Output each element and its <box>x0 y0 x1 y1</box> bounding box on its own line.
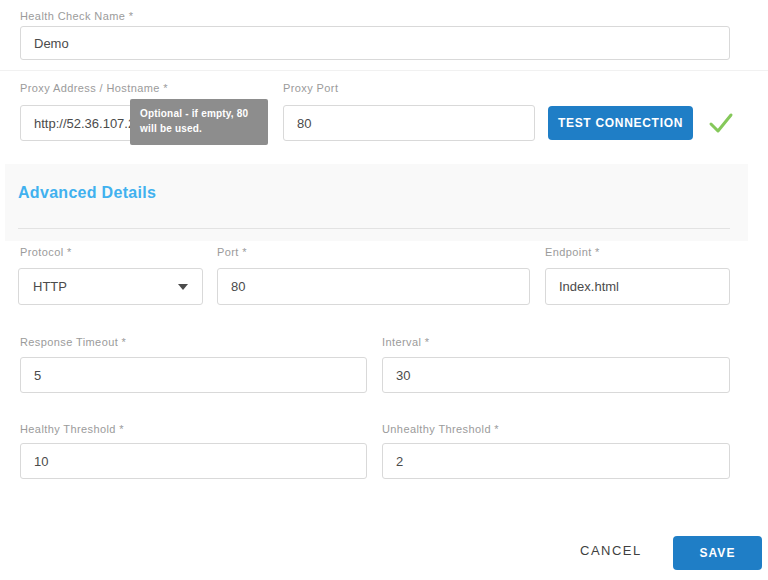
endpoint-input[interactable] <box>545 268 730 305</box>
port-input[interactable] <box>217 268 530 305</box>
protocol-label: Protocol * <box>20 246 72 258</box>
chevron-down-icon <box>178 284 188 290</box>
protocol-select[interactable]: HTTP <box>18 268 203 305</box>
proxy-address-label: Proxy Address / Hostname * <box>20 82 168 94</box>
proxy-port-input[interactable] <box>283 105 535 141</box>
endpoint-label: Endpoint * <box>545 246 600 258</box>
health-check-name-input[interactable] <box>20 26 730 60</box>
advanced-details-heading: Advanced Details <box>18 184 156 202</box>
port-label: Port * <box>217 246 247 258</box>
proxy-port-tooltip: Optional - if empty, 80 will be used. <box>130 99 268 145</box>
row-divider <box>0 70 768 71</box>
proxy-port-label: Proxy Port <box>283 82 338 94</box>
response-timeout-label: Response Timeout * <box>20 336 126 348</box>
interval-input[interactable] <box>382 357 730 393</box>
healthy-threshold-input[interactable] <box>20 443 367 479</box>
interval-label: Interval * <box>382 336 429 348</box>
connection-success-check-icon <box>708 110 734 136</box>
health-check-form: Health Check Name * Proxy Address / Host… <box>0 0 768 580</box>
test-connection-button[interactable]: TEST CONNECTION <box>548 106 693 140</box>
cancel-button[interactable]: CANCEL <box>580 543 642 558</box>
advanced-details-panel: Advanced Details <box>5 164 748 241</box>
protocol-selected-value: HTTP <box>33 279 67 294</box>
health-check-name-label: Health Check Name * <box>20 10 133 22</box>
unhealthy-threshold-label: Unhealthy Threshold * <box>382 423 499 435</box>
unhealthy-threshold-input[interactable] <box>382 443 730 479</box>
healthy-threshold-label: Healthy Threshold * <box>20 423 124 435</box>
section-divider <box>18 228 730 229</box>
response-timeout-input[interactable] <box>20 357 367 393</box>
save-button[interactable]: SAVE <box>673 536 762 570</box>
